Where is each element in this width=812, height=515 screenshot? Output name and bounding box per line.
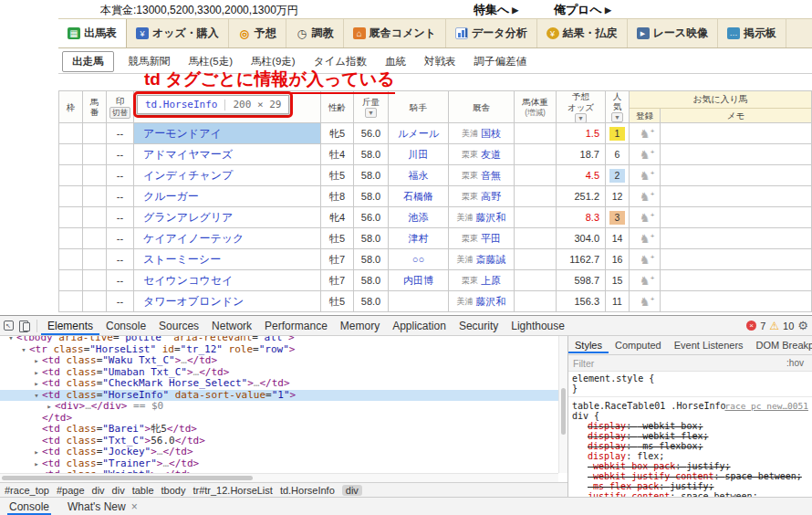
- favorite-register-icon[interactable]: ♞: [640, 296, 651, 308]
- trainer-link[interactable]: 友道: [481, 148, 501, 162]
- cell-mark[interactable]: --: [107, 270, 134, 290]
- pseudo-class-toggle[interactable]: :hov: [783, 358, 807, 368]
- sub-tab[interactable]: 競馬新聞: [120, 51, 179, 72]
- horse-name-link[interactable]: アドマイヤマーズ: [143, 147, 233, 163]
- breadcrumb-item[interactable]: div: [92, 485, 105, 496]
- favorite-register-icon[interactable]: ♞: [640, 128, 651, 140]
- trainer-link[interactable]: 上原: [481, 274, 501, 288]
- cell-mark[interactable]: --: [107, 186, 134, 206]
- css-property[interactable]: display: -ms-flexbox;: [572, 441, 808, 451]
- css-property[interactable]: display: flex;: [572, 451, 808, 461]
- jockey-link[interactable]: 川田: [409, 148, 429, 162]
- expand-arrow-icon[interactable]: ▾: [5, 336, 16, 344]
- cell-mark[interactable]: --: [107, 144, 134, 164]
- horse-name-link[interactable]: インディチャンプ: [143, 168, 233, 184]
- expand-arrow-icon[interactable]: ▾: [31, 390, 42, 402]
- sort-popularity-icon[interactable]: ▼: [611, 112, 623, 122]
- cell-mark[interactable]: --: [107, 228, 134, 248]
- sort-odds-icon[interactable]: ▼: [575, 113, 587, 123]
- breadcrumb-item[interactable]: #race_top: [5, 485, 49, 496]
- main-tab[interactable]: 掲示板: [718, 19, 786, 47]
- main-tab[interactable]: 結果・払戻: [537, 19, 628, 47]
- css-selector[interactable]: div: [572, 411, 588, 421]
- drawer-tab[interactable]: What's New×: [66, 498, 140, 515]
- trainer-link[interactable]: 平田: [481, 232, 501, 246]
- stylesheet-link[interactable]: race_pc_new…0051: [724, 401, 808, 411]
- styles-filter-input[interactable]: [573, 358, 783, 369]
- styles-tab[interactable]: Event Listeners: [668, 337, 750, 353]
- css-property[interactable]: -webkit-box-pack: justify;: [572, 461, 808, 471]
- sort-handicap-icon[interactable]: ▼: [365, 108, 377, 118]
- scrollbar-thumb[interactable]: [561, 388, 566, 435]
- breadcrumb-item[interactable]: table: [132, 485, 154, 496]
- styles-tab[interactable]: Computed: [609, 337, 668, 353]
- breadcrumb-item[interactable]: div: [112, 485, 125, 496]
- error-badge-icon[interactable]: ×: [746, 321, 756, 331]
- breadcrumb-item[interactable]: td.HorseInfo: [280, 485, 335, 496]
- devtools-tab[interactable]: Memory: [334, 317, 386, 335]
- cell-mark[interactable]: --: [107, 249, 134, 269]
- main-tab[interactable]: データ分析: [446, 19, 537, 47]
- css-property[interactable]: justify-content: space-between;: [572, 491, 808, 497]
- trainer-link[interactable]: 藤沢和: [476, 211, 506, 225]
- sub-tab[interactable]: 調子偏差値: [465, 51, 535, 72]
- sub-tab[interactable]: タイム指数: [306, 51, 375, 72]
- devtools-tab[interactable]: Elements: [41, 317, 99, 335]
- cell-mark[interactable]: --: [107, 165, 134, 185]
- horse-name-link[interactable]: ストーミーシー: [143, 252, 221, 268]
- expand-arrow-icon[interactable]: ▾: [18, 344, 29, 356]
- cell-mark[interactable]: --: [107, 207, 134, 227]
- devtools-tab[interactable]: Console: [99, 317, 152, 335]
- favorite-register-icon[interactable]: ♞: [640, 212, 651, 224]
- device-toolbar-icon[interactable]: [16, 319, 33, 333]
- trainer-link[interactable]: 高野: [481, 190, 501, 204]
- devtools-tab[interactable]: Security: [453, 317, 505, 335]
- close-icon[interactable]: ×: [131, 500, 138, 513]
- jockey-link[interactable]: 池添: [409, 211, 429, 225]
- horse-name-link[interactable]: ケイアイノーテック: [143, 231, 244, 247]
- jockey-link[interactable]: 石橋脩: [403, 190, 433, 204]
- main-tab[interactable]: 厩舎コメント: [344, 19, 446, 47]
- horse-name-link[interactable]: セイウンコウセイ: [143, 273, 233, 289]
- favorite-register-icon[interactable]: ♞: [640, 254, 651, 266]
- orepro-link[interactable]: 俺プロへ ▶: [554, 2, 611, 18]
- styles-tab[interactable]: Styles: [568, 337, 609, 353]
- trainer-link[interactable]: 斎藤誠: [476, 253, 506, 267]
- favorite-register-icon[interactable]: ♞: [640, 149, 651, 161]
- jockey-link[interactable]: 津村: [409, 232, 429, 246]
- mark-toggle-button[interactable]: 切替: [109, 107, 130, 119]
- expand-arrow-icon[interactable]: ▸: [31, 458, 42, 470]
- favorite-register-icon[interactable]: ♞: [640, 233, 651, 245]
- cell-mark[interactable]: --: [107, 291, 134, 311]
- devtools-tab[interactable]: Application: [386, 317, 453, 335]
- warning-icon[interactable]: ⚠: [769, 321, 779, 331]
- main-tab[interactable]: オッズ・購入: [127, 19, 229, 47]
- sub-tab[interactable]: 血統: [377, 51, 414, 72]
- tree-node[interactable]: ▸<div>…</div> == $0: [0, 401, 567, 413]
- breadcrumb-item[interactable]: #page: [57, 485, 85, 496]
- breadcrumb-item[interactable]: tr#tr_12.HorseList: [193, 485, 272, 496]
- favorite-register-icon[interactable]: ♞: [640, 191, 651, 203]
- breadcrumb-item[interactable]: div: [342, 485, 362, 496]
- sub-tab[interactable]: 出走馬: [62, 51, 114, 72]
- css-property[interactable]: display: -webkit-flex;: [572, 431, 808, 441]
- trainer-link[interactable]: 藤沢和: [476, 295, 506, 309]
- cell-mark[interactable]: --: [107, 123, 134, 143]
- inspect-icon[interactable]: ↖: [0, 319, 16, 333]
- jockey-link[interactable]: ○○: [412, 254, 424, 265]
- main-tab[interactable]: 出馬表: [58, 19, 127, 47]
- devtools-tab[interactable]: Performance: [258, 317, 334, 335]
- trainer-link[interactable]: 国枝: [481, 127, 501, 141]
- trainer-link[interactable]: 音無: [481, 169, 501, 183]
- devtools-tab[interactable]: Lighthouse: [505, 317, 571, 335]
- expand-arrow-icon[interactable]: ▸: [31, 378, 42, 390]
- horse-name-link[interactable]: クルーガー: [143, 189, 199, 205]
- horizontal-scrollbar[interactable]: [0, 473, 558, 482]
- scrollbar-thumb[interactable]: [2, 476, 253, 480]
- jockey-link[interactable]: 福永: [409, 169, 429, 183]
- drawer-tab[interactable]: Console: [7, 498, 51, 515]
- css-property[interactable]: -webkit-justify-content: space-between;: [572, 471, 808, 481]
- main-tab[interactable]: 調教: [286, 19, 344, 47]
- favorite-register-icon[interactable]: ♞: [640, 170, 651, 182]
- settings-gear-icon[interactable]: ⚙: [797, 319, 808, 332]
